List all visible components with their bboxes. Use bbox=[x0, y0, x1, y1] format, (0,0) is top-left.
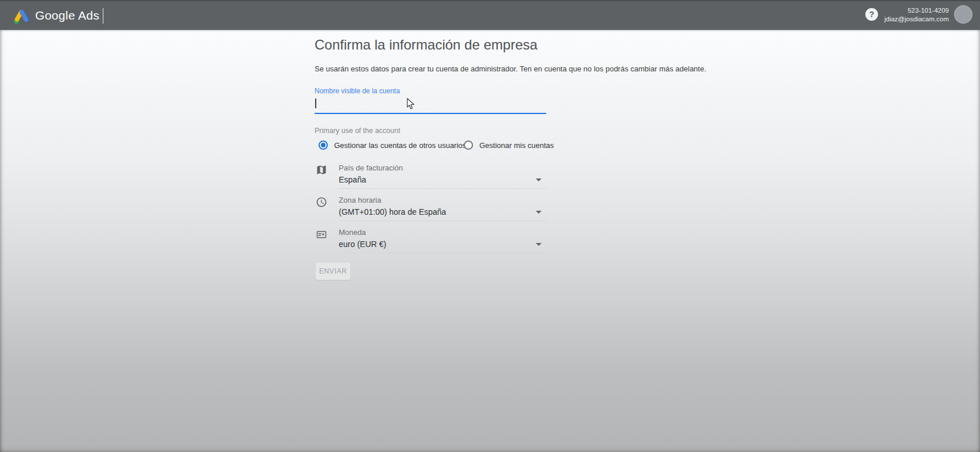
billing-country-label: País de facturación bbox=[339, 164, 403, 172]
google-ads-setup-screen: Google Ads ? 523-101-4209 jdiaz@josdiaca… bbox=[0, 0, 980, 452]
google-ads-logo-icon bbox=[13, 7, 31, 25]
account-name-input[interactable] bbox=[315, 96, 546, 112]
dropdown-arrow-icon[interactable] bbox=[536, 243, 542, 246]
time-zone-label: Zona horaria bbox=[339, 196, 381, 204]
page-title: Confirma la información de empresa bbox=[315, 37, 538, 53]
currency-label: Moneda bbox=[339, 228, 366, 237]
account-contact-info: 523-101-4209 jdiaz@josdiacam.com bbox=[884, 6, 949, 24]
primary-use-label: Primary use of the account bbox=[315, 127, 400, 135]
page-subtitle: Se usarán estos datos para crear tu cuen… bbox=[315, 64, 706, 73]
text-caret bbox=[315, 98, 316, 108]
time-zone-value[interactable]: (GMT+01:00) hora de España bbox=[339, 207, 446, 216]
google-ads-logo[interactable]: Google Ads bbox=[13, 1, 100, 30]
header-email: jdiaz@josdiacam.com bbox=[884, 15, 949, 24]
help-glyph: ? bbox=[869, 10, 875, 19]
brand-name: Google Ads bbox=[35, 9, 100, 22]
submit-button[interactable]: ENVIAR bbox=[316, 263, 350, 280]
radio-unselected-icon[interactable] bbox=[464, 140, 473, 150]
field-underline bbox=[339, 221, 546, 221]
radio-option-manage-others[interactable]: Gestionar las cuentas de otros usuarios bbox=[319, 140, 466, 150]
top-app-bar: Google Ads ? 523-101-4209 jdiaz@josdiaca… bbox=[0, 0, 980, 30]
header-phone: 523-101-4209 bbox=[884, 6, 949, 15]
currency-field: Moneda euro (EUR €) bbox=[315, 227, 546, 259]
currency-value[interactable]: euro (EUR €) bbox=[339, 240, 386, 249]
radio-option-manage-own[interactable]: Gestionar mis cuentas bbox=[464, 140, 554, 150]
map-icon bbox=[316, 164, 327, 176]
radio-option-label: Gestionar mis cuentas bbox=[479, 141, 554, 150]
dropdown-arrow-icon[interactable] bbox=[536, 211, 542, 214]
avatar[interactable] bbox=[954, 5, 973, 24]
field-underline bbox=[339, 188, 546, 189]
dropdown-arrow-icon[interactable] bbox=[536, 178, 542, 181]
clock-icon bbox=[316, 196, 327, 208]
time-zone-field: Zona horaria (GMT+01:00) hora de España bbox=[315, 195, 546, 227]
header-divider bbox=[103, 8, 104, 24]
account-name-label: Nombre visible de la cuenta bbox=[315, 87, 400, 95]
radio-selected-icon[interactable] bbox=[319, 140, 328, 150]
card-icon bbox=[316, 229, 327, 240]
help-icon[interactable]: ? bbox=[865, 8, 878, 21]
radio-option-label: Gestionar las cuentas de otros usuarios bbox=[334, 141, 466, 150]
billing-country-field: País de facturación España bbox=[315, 162, 546, 195]
field-underline bbox=[339, 253, 546, 253]
account-name-underline bbox=[315, 113, 546, 114]
billing-country-value[interactable]: España bbox=[339, 175, 366, 184]
